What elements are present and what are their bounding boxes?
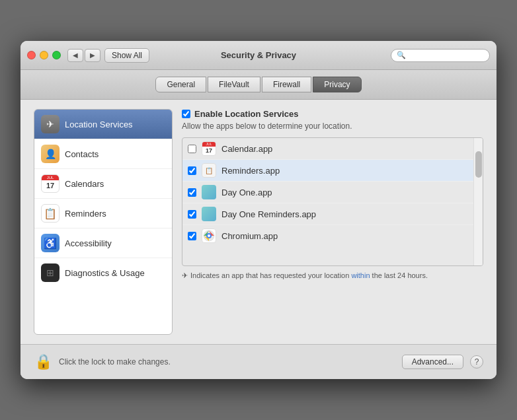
reminders-icon: 📋 [41,204,60,223]
main-window: ◀ ▶ Show All Security & Privacy 🔍 Genera… [20,41,497,379]
content-area: ✈ Location Services 👤 Contacts JUL 17 Ca… [20,100,497,344]
sidebar: ✈ Location Services 👤 Contacts JUL 17 Ca… [34,109,173,335]
titlebar: ◀ ▶ Show All Security & Privacy 🔍 [20,41,497,70]
chromium-app-label: Chromium.app [221,231,278,241]
sidebar-item-reminders[interactable]: 📋 Reminders [34,199,172,228]
sidebar-item-diagnostics[interactable]: ⊞ Diagnostics & Usage [34,258,172,287]
dayone-reminders-app-icon [202,207,216,221]
sidebar-item-accessibility[interactable]: ♿ Accessibility [34,228,172,258]
reminders-app-label: Reminders.app [221,166,280,176]
sidebar-item-label-calendars: Calendars [65,179,104,189]
nav-buttons: ◀ ▶ [67,49,100,62]
reminders-app-icon: 📋 [202,163,216,178]
sidebar-item-label-reminders: Reminders [65,209,106,219]
tab-bar: General FileVault Firewall Privacy [20,70,497,100]
enable-location-desc: Allow the apps below to determine your l… [182,122,483,131]
window-title: Security & Privacy [221,50,296,60]
tab-filevault[interactable]: FileVault [208,77,260,92]
diagnostics-icon: ⊞ [41,263,60,282]
calendar-app-icon: JUL 17 [202,141,216,156]
dayone-checkbox[interactable] [188,188,196,197]
scrollbar[interactable] [473,138,483,265]
footer-note: ✈ Indicates an app that has requested yo… [182,271,483,280]
search-box[interactable]: 🔍 [391,49,490,62]
app-item-dayone: Day One.app [182,182,473,203]
sidebar-item-location-services[interactable]: ✈ Location Services [34,110,172,139]
enable-location-checkbox[interactable] [182,110,190,118]
dayone-app-icon [202,185,216,199]
maximize-button[interactable] [52,51,61,59]
tab-firewall[interactable]: Firewall [262,77,311,92]
enable-location-row: Enable Location Services [182,109,483,119]
calendars-icon: JUL 17 [41,174,60,193]
app-item-calendar: JUL 17 Calendar.app [182,138,473,160]
apps-list: JUL 17 Calendar.app 📋 Reminders.app [182,138,473,265]
calendar-checkbox[interactable] [188,145,196,153]
enable-location-label: Enable Location Services [194,109,299,119]
sidebar-item-label-diagnostics: Diagnostics & Usage [65,268,145,278]
lock-text: Click the lock to make changes. [59,357,395,367]
footer-arrow-icon: ✈ [182,271,188,280]
sidebar-item-label-accessibility: Accessibility [65,238,112,248]
show-all-button[interactable]: Show All [104,48,149,63]
apps-list-wrapper: JUL 17 Calendar.app 📋 Reminders.app [182,137,483,266]
reminders-checkbox[interactable] [188,166,196,175]
footer-highlight: within [351,271,370,279]
sidebar-item-label-location: Location Services [65,120,133,129]
tab-privacy[interactable]: Privacy [313,77,361,92]
sidebar-item-calendars[interactable]: JUL 17 Calendars [34,169,172,199]
dayone-reminders-checkbox[interactable] [188,210,196,219]
advanced-button[interactable]: Advanced... [402,355,463,369]
help-button[interactable]: ? [470,355,483,368]
app-item-chromium: Chromium.app [182,225,473,246]
bottom-bar: 🔒 Click the lock to make changes. Advanc… [20,344,497,379]
forward-button[interactable]: ▶ [85,49,100,62]
dayone-reminders-app-label: Day One Reminders.app [221,209,316,219]
sidebar-item-label-contacts: Contacts [65,149,99,159]
traffic-lights [27,51,61,59]
calendar-app-label: Calendar.app [221,144,272,154]
close-button[interactable] [27,51,36,59]
sidebar-item-contacts[interactable]: 👤 Contacts [34,139,172,169]
app-item-dayone-reminders: Day One Reminders.app [182,203,473,225]
chromium-app-icon [202,228,216,243]
location-services-icon: ✈ [41,115,60,133]
contacts-icon: 👤 [41,145,60,163]
lock-icon: 🔒 [34,351,52,372]
tab-general[interactable]: General [155,77,206,92]
main-panel: Enable Location Services Allow the apps … [182,109,483,335]
search-icon: 🔍 [397,51,406,59]
dayone-app-label: Day One.app [221,188,272,197]
accessibility-icon: ♿ [41,234,60,252]
back-button[interactable]: ◀ [67,49,83,62]
app-item-reminders: 📋 Reminders.app [182,160,473,182]
minimize-button[interactable] [40,51,48,59]
svg-point-3 [208,234,210,237]
chromium-checkbox[interactable] [188,232,196,240]
scrollbar-thumb [475,151,482,178]
